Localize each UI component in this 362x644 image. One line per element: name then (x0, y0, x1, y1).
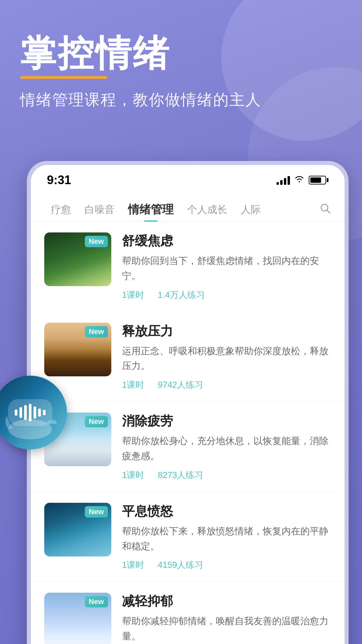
course-info-2: 释放压力 运用正念、呼吸和积极意象帮助你深度放松，释放压力。 1课时 9742人… (122, 323, 331, 391)
course-desc-5: 帮助你减轻抑郁情绪，唤醒自我友善的温暖治愈力量。 (122, 614, 331, 644)
hero-underline-decoration (20, 76, 107, 79)
phone-mockup: 9:31 (27, 161, 349, 644)
search-icon[interactable] (319, 202, 331, 217)
course-item-3[interactable]: New 消除疲劳 帮助你放松身心，充分地休息，以恢复能量，消除疲惫感。 1课时 … (31, 402, 345, 492)
course-users-1: 1.4万人练习 (158, 289, 204, 301)
tab-healing[interactable]: 疗愈 (44, 199, 78, 221)
battery-icon (309, 176, 328, 184)
course-item-1[interactable]: New 舒缓焦虑 帮助你回到当下，舒缓焦虑情绪，找回内在的安宁。 1课时 1.4… (31, 222, 345, 312)
course-users-3: 8273人练习 (158, 469, 203, 481)
tab-whitenoise[interactable]: 白噪音 (78, 199, 121, 221)
hero-section: 掌控情绪 情绪管理课程，教你做情绪的主人 (20, 34, 261, 110)
phone-inner-screen: 9:31 (31, 165, 345, 644)
course-lessons-4: 1课时 (122, 559, 144, 571)
course-thumb-1: New (44, 232, 111, 286)
wifi-icon (294, 175, 305, 185)
new-badge-4: New (85, 506, 108, 518)
course-thumb-4: New (44, 503, 111, 556)
course-meta-4: 1课时 4159人练习 (122, 559, 331, 571)
status-bar: 9:31 (31, 165, 345, 191)
course-title-2: 释放压力 (122, 323, 331, 340)
course-info-5: 减轻抑郁 帮助你减轻抑郁情绪，唤醒自我友善的温暖治愈力量。 (122, 593, 331, 644)
course-info-4: 平息愤怒 帮助你放松下来，释放愤怒情绪，恢复内在的平静和稳定。 1课时 4159… (122, 503, 331, 571)
new-badge-3: New (85, 416, 108, 427)
course-thumb-2: New (44, 323, 111, 376)
course-lessons-1: 1课时 (122, 289, 144, 301)
course-item-4[interactable]: New 平息愤怒 帮助你放松下来，释放愤怒情绪，恢复内在的平静和稳定。 1课时 … (31, 492, 345, 582)
course-meta-2: 1课时 9742人练习 (122, 379, 331, 391)
hero-subtitle: 情绪管理课程，教你做情绪的主人 (20, 90, 261, 110)
course-info-3: 消除疲劳 帮助你放松身心，充分地休息，以恢复能量，消除疲惫感。 1课时 8273… (122, 413, 331, 481)
nav-tabs: 疗愈 白噪音 情绪管理 个人成长 人际 (31, 191, 345, 222)
course-desc-4: 帮助你放松下来，释放愤怒情绪，恢复内在的平静和稳定。 (122, 524, 331, 554)
course-title-1: 舒缓焦虑 (122, 232, 331, 250)
course-users-2: 9742人练习 (158, 379, 203, 391)
course-title-5: 减轻抑郁 (122, 593, 331, 610)
course-desc-2: 运用正念、呼吸和积极意象帮助你深度放松，释放压力。 (122, 344, 331, 374)
new-badge-2: New (85, 326, 108, 337)
course-item-2[interactable]: New 释放压力 运用正念、呼吸和积极意象帮助你深度放松，释放压力。 1课时 9… (31, 312, 345, 402)
course-desc-1: 帮助你回到当下，舒缓焦虑情绪，找回内在的安宁。 (122, 254, 331, 284)
course-title-4: 平息愤怒 (122, 503, 331, 520)
phone-outer-frame: 9:31 (27, 161, 349, 644)
status-time: 9:31 (47, 173, 71, 187)
course-list: New 舒缓焦虑 帮助你回到当下，舒缓焦虑情绪，找回内在的安宁。 1课时 1.4… (31, 222, 345, 644)
course-lessons-3: 1课时 (122, 469, 144, 481)
course-item-5[interactable]: New 减轻抑郁 帮助你减轻抑郁情绪，唤醒自我友善的温暖治愈力量。 (31, 582, 345, 644)
course-meta-1: 1课时 1.4万人练习 (122, 289, 331, 301)
course-users-4: 4159人练习 (158, 559, 203, 571)
course-title-3: 消除疲劳 (122, 413, 331, 430)
course-thumb-5: New (44, 593, 111, 644)
status-icons (277, 175, 328, 185)
signal-icon (277, 175, 290, 185)
course-meta-3: 1课时 8273人练习 (122, 469, 331, 481)
svg-point-2 (8, 419, 52, 439)
tab-personal-growth[interactable]: 个人成长 (180, 199, 234, 221)
course-desc-3: 帮助你放松身心，充分地休息，以恢复能量，消除疲惫感。 (122, 434, 331, 464)
tab-emotion-management[interactable]: 情绪管理 (121, 198, 180, 221)
svg-line-1 (327, 210, 330, 213)
new-badge-1: New (85, 236, 108, 247)
tab-social[interactable]: 人际 (234, 199, 267, 221)
course-info-1: 舒缓焦虑 帮助你回到当下，舒缓焦虑情绪，找回内在的安宁。 1课时 1.4万人练习 (122, 232, 331, 301)
new-badge-5: New (85, 596, 108, 607)
course-lessons-2: 1课时 (122, 379, 144, 391)
hero-title: 掌控情绪 (20, 34, 261, 73)
